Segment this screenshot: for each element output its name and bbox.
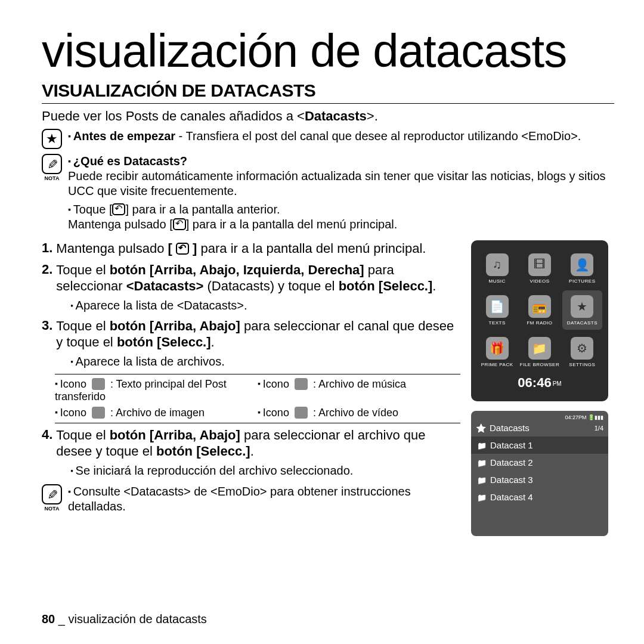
back-icon [112, 203, 125, 215]
page-title: visualización de datacasts [42, 24, 614, 78]
step-4: 4. Toque el botón [Arriba, Abajo] para s… [42, 427, 460, 478]
image-file-icon [92, 407, 105, 419]
divider [42, 103, 614, 104]
device-list-screenshot: 04:27PM 🔋▮▮▮ Datacasts1/4 Datacast 1Data… [471, 411, 608, 536]
video-file-icon [295, 407, 308, 419]
device-menu-screenshot: ♫MUSIC🎞VIDEOS👤PICTURES📄TEXTS📻FM RADIO★DA… [471, 240, 608, 401]
back-icon [173, 218, 186, 230]
step-1: 1. Mantenga pulsado [ ] para ir a la pan… [42, 240, 460, 257]
list-item: Datacast 3 [471, 471, 608, 488]
menu-item-videos: 🎞VIDEOS [519, 249, 559, 288]
star-note: ★ Antes de empezar - Transfiera el post … [42, 129, 614, 149]
back-icon [176, 243, 189, 255]
menu-item-datacasts: ★DATACASTS [562, 290, 602, 330]
nota-label: NOTA [42, 175, 62, 181]
step-2: 2. Toque el botón [Arriba, Abajo, Izquie… [42, 262, 460, 313]
icon-table: Icono : Texto principal del Post transfe… [55, 378, 460, 419]
pencil-icon [42, 484, 62, 504]
list-item: Datacast 2 [471, 454, 608, 471]
pencil-icon [42, 154, 62, 174]
nota-que-es: NOTA ¿Qué es Datacasts? Puede recibir au… [42, 154, 614, 232]
list-item: Datacast 1 [471, 436, 608, 454]
menu-item-music: ♫MUSIC [477, 249, 517, 288]
list-item: Datacast 4 [471, 488, 608, 506]
menu-item-pictures: 👤PICTURES [562, 249, 602, 288]
instructions: 1. Mantenga pulsado [ ] para ir a la pan… [42, 240, 460, 536]
section-title: VISUALIZACIÓN DE DATACASTS [42, 80, 614, 101]
menu-item-fm-radio: 📻FM RADIO [519, 290, 559, 330]
menu-item-file-browser: 📁FILE BROWSER [519, 332, 559, 371]
music-file-icon [295, 378, 308, 390]
intro-text: Puede ver los Posts de canales añadidos … [42, 109, 614, 124]
star-icon [476, 423, 486, 433]
step-3: 3. Toque el botón [Arriba, Abajo] para s… [42, 318, 460, 369]
page-footer: 80 _ visualización de datacasts [42, 612, 207, 626]
star-icon: ★ [42, 129, 62, 149]
text-file-icon [92, 378, 105, 390]
menu-item-prime-pack: 🎁PRIME PACK [477, 332, 517, 371]
bottom-nota: NOTA Consulte <Datacasts> de <EmoDio> pa… [42, 484, 460, 514]
menu-item-texts: 📄TEXTS [477, 290, 517, 330]
menu-item-settings: ⚙SETTINGS [562, 332, 602, 371]
